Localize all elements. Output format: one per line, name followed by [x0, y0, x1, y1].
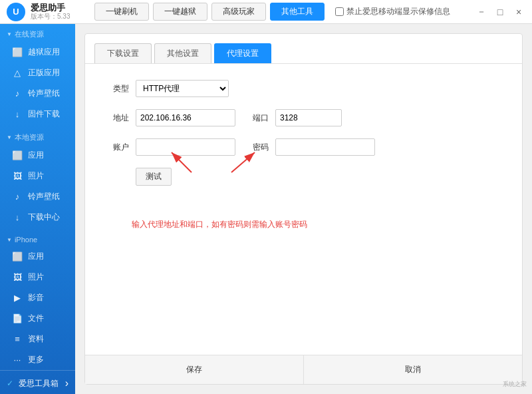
app-name: 爱思助手	[31, 3, 70, 13]
window-controls: － □ ×	[475, 5, 525, 19]
sidebar-item-ringtone[interactable]: ♪ 铃声壁纸	[0, 83, 75, 104]
annotation-text: 输入代理地址和端口，如有密码则需输入账号密码	[132, 219, 502, 230]
sidebar-section-online: 在线资源	[0, 24, 75, 42]
checkbox-repair-info[interactable]: 禁止爱思移动端显示保修信息	[335, 6, 450, 17]
nav-gaojiwanjia[interactable]: 高级玩家	[211, 3, 266, 21]
main-layout: 在线资源 ⬜ 越狱应用 △ 正版应用 ♪ 铃声壁纸 ↓ 固件下载 本地资源 ⬜ …	[0, 24, 532, 394]
watermark: 系统之家	[503, 380, 527, 389]
proxy-pass-input[interactable]	[275, 138, 375, 156]
more-icon: ···	[12, 355, 23, 365]
minimize-button[interactable]: －	[475, 5, 488, 19]
sidebar-item-download-center[interactable]: ↓ 下载中心	[0, 207, 75, 228]
tab-proxy-settings[interactable]: 代理设置	[214, 43, 271, 63]
sidebar-item-firmware[interactable]: ↓ 固件下载	[0, 104, 75, 124]
sidebar-bottom: ✓ 爱思工具箱 ›	[0, 370, 75, 394]
sidebar: 在线资源 ⬜ 越狱应用 △ 正版应用 ♪ 铃声壁纸 ↓ 固件下载 本地资源 ⬜ …	[0, 24, 75, 394]
panel-tabs: 下载设置 其他设置 代理设置	[85, 34, 522, 64]
toolbox-arrow-icon: ›	[65, 377, 68, 389]
ringtone-icon: ♪	[12, 89, 23, 99]
type-row: 类型 HTTP代理	[105, 80, 502, 97]
photo-icon: 🖼	[12, 171, 23, 182]
nav-yijiansuanji[interactable]: 一键刷机	[94, 3, 149, 21]
sidebar-item-local-ringtone[interactable]: ♪ 铃声壁纸	[0, 186, 75, 207]
save-button[interactable]: 保存	[85, 355, 304, 384]
test-button[interactable]: 测试	[136, 168, 172, 186]
app-version: 版本号：5.33	[31, 13, 70, 21]
sidebar-item-local-photo[interactable]: 🖼 照片	[0, 166, 75, 186]
local-ringtone-icon: ♪	[12, 192, 23, 202]
tab-download-settings[interactable]: 下载设置	[94, 43, 152, 63]
content-area: 下载设置 其他设置 代理设置 类型 HTTP代理 地址 端口	[75, 24, 532, 394]
iphone-app-icon: ⬜	[12, 252, 23, 262]
sidebar-item-iphone-media[interactable]: ▶ 影音	[0, 288, 75, 308]
sidebar-section-iphone: iPhone	[0, 230, 75, 246]
sidebar-section-local: 本地资源	[0, 127, 75, 145]
sidebar-item-iphone-file[interactable]: 📄 文件	[0, 308, 75, 329]
app-logo: U	[7, 3, 25, 21]
local-app-icon: ⬜	[12, 150, 23, 161]
sidebar-item-iphone-app[interactable]: ⬜ 应用	[0, 246, 75, 267]
sidebar-item-official-app[interactable]: △ 正版应用	[0, 63, 75, 83]
proxy-addr-input[interactable]	[136, 109, 235, 126]
addr-port-row: 地址 端口	[105, 109, 502, 126]
port-label: 端口	[253, 112, 269, 124]
main-nav: 一键刷机 一键越狱 高级玩家 其他工具 禁止爱思移动端显示保修信息	[70, 3, 475, 21]
app-name-version: 爱思助手 版本号：5.33	[31, 3, 70, 21]
iphone-photo-icon: 🖼	[12, 272, 23, 283]
firmware-icon: ↓	[12, 109, 23, 120]
proxy-user-input[interactable]	[136, 138, 235, 156]
nav-qitagongjv[interactable]: 其他工具	[270, 3, 325, 21]
data-icon: ≡	[12, 334, 23, 345]
app-branding: U 爱思助手 版本号：5.33	[7, 3, 70, 21]
download-icon: ↓	[12, 212, 23, 223]
bottom-buttons: 保存 取消	[85, 355, 522, 384]
proxy-type-select[interactable]: HTTP代理	[136, 80, 229, 97]
user-label: 账户	[105, 142, 129, 153]
maximize-button[interactable]: □	[493, 5, 507, 19]
toolbox-button[interactable]: ✓ 爱思工具箱 ›	[0, 371, 75, 394]
sidebar-item-yuejia-app[interactable]: ⬜ 越狱应用	[0, 42, 75, 63]
annotation-container: 输入代理地址和端口，如有密码则需输入账号密码	[105, 219, 502, 230]
close-button[interactable]: ×	[512, 5, 525, 19]
tab-other-settings[interactable]: 其他设置	[154, 43, 211, 63]
title-bar: U 爱思助手 版本号：5.33 一键刷机 一键越狱 高级玩家 其他工具 禁止爱思…	[0, 0, 532, 24]
cancel-button[interactable]: 取消	[304, 355, 522, 384]
addr-label: 地址	[105, 112, 129, 124]
proxy-port-input[interactable]	[275, 109, 342, 126]
official-app-icon: △	[12, 68, 23, 79]
pass-label: 密码	[253, 142, 269, 153]
toolbox-icon: ✓	[7, 379, 13, 388]
type-label: 类型	[105, 83, 129, 95]
settings-panel: 下载设置 其他设置 代理设置 类型 HTTP代理 地址 端口	[84, 33, 523, 385]
file-icon: 📄	[12, 313, 23, 324]
sidebar-item-iphone-photo[interactable]: 🖼 照片	[0, 267, 75, 288]
proxy-form: 类型 HTTP代理 地址 端口 账户 密码	[85, 64, 522, 355]
jailbreak-icon: ⬜	[12, 47, 23, 58]
sidebar-item-iphone-more[interactable]: ··· 更多	[0, 349, 75, 370]
user-pass-row: 账户 密码	[105, 138, 502, 156]
sidebar-item-iphone-data[interactable]: ≡ 资料	[0, 329, 75, 349]
nav-yijianyuejia[interactable]: 一键越狱	[153, 3, 207, 21]
sidebar-item-local-app[interactable]: ⬜ 应用	[0, 145, 75, 166]
test-row: 测试	[105, 168, 502, 186]
media-icon: ▶	[12, 293, 23, 303]
